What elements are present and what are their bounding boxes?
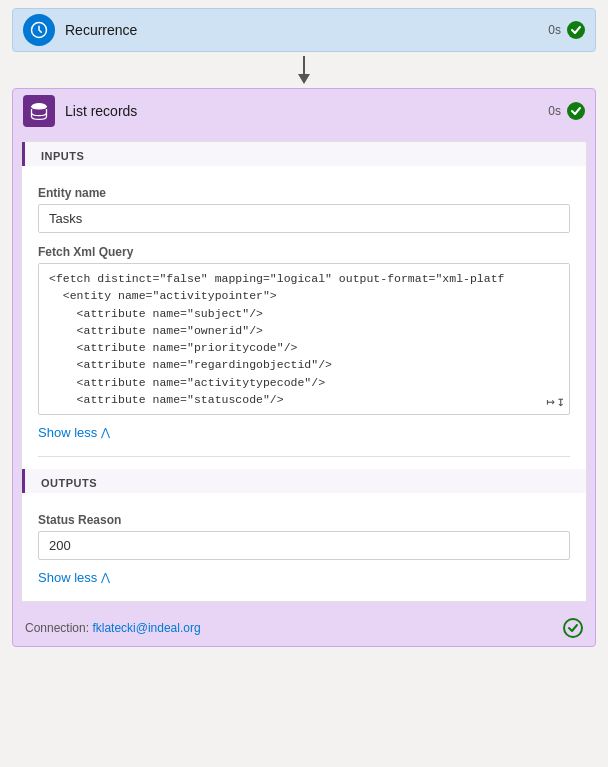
- entity-name-label: Entity name: [38, 186, 570, 200]
- inner-content: INPUTS Entity name Tasks Fetch Xml Query…: [21, 141, 587, 602]
- recurrence-icon: [23, 14, 55, 46]
- fetch-xml-content: <fetch distinct="false" mapping="logical…: [39, 264, 569, 414]
- expand-icons: ↦ ↧: [546, 393, 565, 410]
- fetch-xml-label: Fetch Xml Query: [38, 245, 570, 259]
- expand-vertical-icon: ↧: [557, 393, 565, 410]
- list-records-duration: 0s: [548, 104, 561, 118]
- fetch-xml-box[interactable]: <fetch distinct="false" mapping="logical…: [38, 263, 570, 415]
- list-records-header[interactable]: List records 0s: [13, 89, 595, 133]
- connection-label: Connection:: [25, 621, 89, 635]
- status-reason-label: Status Reason: [38, 513, 570, 527]
- connection-footer: Connection: fklatecki@indeal.org: [13, 610, 595, 646]
- connection-info: Connection: fklatecki@indeal.org: [25, 621, 201, 635]
- recurrence-title: Recurrence: [65, 22, 548, 38]
- section-divider: [38, 456, 570, 457]
- outputs-section: Status Reason 200 Show less ⋀: [22, 501, 586, 601]
- inputs-section-title: INPUTS: [22, 142, 586, 166]
- connection-email-link[interactable]: fklatecki@indeal.org: [92, 621, 200, 635]
- recurrence-success-icon: [567, 21, 585, 39]
- expand-horizontal-icon: ↦: [546, 393, 554, 410]
- connection-check-icon: [563, 618, 583, 638]
- list-records-block: List records 0s INPUTS Entity name Tasks…: [12, 88, 596, 647]
- entity-name-value: Tasks: [38, 204, 570, 233]
- outputs-chevron-up-icon: ⋀: [101, 571, 110, 584]
- svg-marker-2: [298, 74, 310, 84]
- list-records-title: List records: [65, 103, 548, 119]
- outputs-show-less-button[interactable]: Show less ⋀: [38, 566, 110, 589]
- list-records-success-icon: [567, 102, 585, 120]
- outputs-section-title: OUTPUTS: [22, 469, 586, 493]
- list-records-icon: [23, 95, 55, 127]
- status-reason-value: 200: [38, 531, 570, 560]
- recurrence-duration: 0s: [548, 23, 561, 37]
- inputs-show-less-button[interactable]: Show less ⋀: [38, 421, 110, 444]
- main-container: Recurrence 0s List records 0s: [0, 0, 608, 655]
- recurrence-block[interactable]: Recurrence 0s: [12, 8, 596, 52]
- inputs-show-less-label: Show less: [38, 425, 97, 440]
- outputs-show-less-label: Show less: [38, 570, 97, 585]
- chevron-up-icon: ⋀: [101, 426, 110, 439]
- inputs-section: Entity name Tasks Fetch Xml Query <fetch…: [22, 174, 586, 456]
- arrow-connector: [12, 52, 596, 88]
